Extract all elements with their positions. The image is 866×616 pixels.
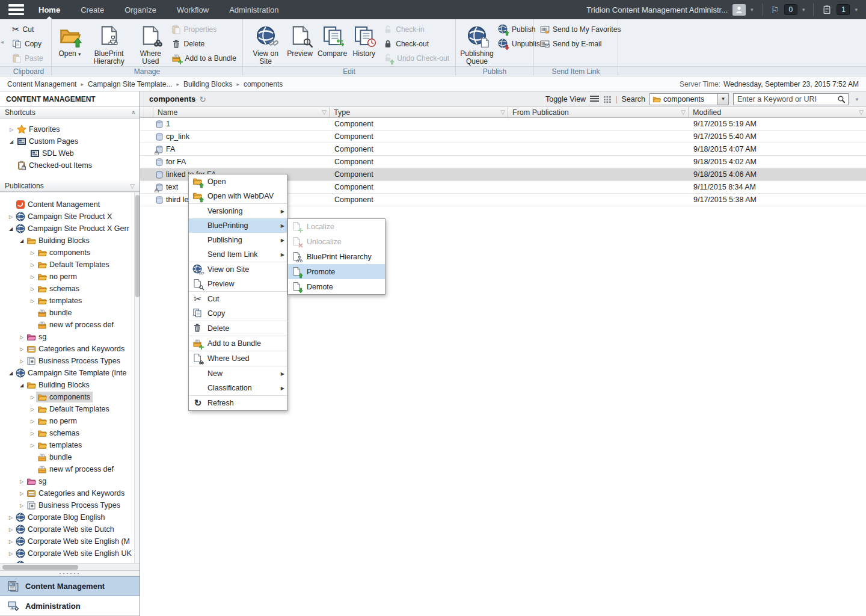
- search-icon[interactable]: [837, 95, 846, 103]
- open-button[interactable]: Open ▾: [55, 22, 84, 60]
- submenu-blueprint-hierarchy[interactable]: BluePrint Hierarchy: [288, 249, 385, 264]
- menu-preview[interactable]: Preview: [189, 277, 287, 291]
- tree-vertical-scrollbar[interactable]: [134, 192, 140, 563]
- expander-icon[interactable]: ▷: [29, 407, 36, 412]
- submenu-demote[interactable]: Demote: [288, 279, 385, 294]
- expander-icon[interactable]: ▷: [29, 431, 36, 436]
- menu-view-on-site[interactable]: View on Site: [189, 262, 287, 277]
- submenu-promote[interactable]: Promote: [288, 264, 385, 279]
- shortcuts-header[interactable]: Shortcuts »: [0, 107, 140, 119]
- paste-button[interactable]: Paste: [10, 52, 46, 65]
- notifications-caret-icon[interactable]: ▾: [802, 7, 805, 13]
- header-from-publication[interactable]: From Publication▽: [508, 107, 689, 117]
- ribbon-collapse-icon[interactable]: ◂: [1, 38, 4, 45]
- table-row[interactable]: cp_link Component 9/17/2015 5:40 AM: [140, 131, 866, 143]
- properties-button[interactable]: Properties: [169, 23, 239, 36]
- sidebar-tab-administration[interactable]: Administration: [0, 596, 140, 616]
- table-row[interactable]: FA Component 9/18/2015 4:07 AM: [140, 143, 866, 156]
- check-out-button[interactable]: Check-out: [381, 37, 452, 51]
- menu-new[interactable]: New▶: [189, 366, 287, 381]
- expander-icon[interactable]: ◢: [7, 226, 14, 232]
- queue-clipboard-icon[interactable]: [822, 5, 832, 14]
- expander-icon[interactable]: ◢: [18, 238, 25, 244]
- view-on-site-button[interactable]: View on Site: [247, 22, 284, 67]
- tree-item[interactable]: ▷Default Templates: [0, 403, 140, 415]
- header-type[interactable]: Type▽: [330, 107, 508, 117]
- tree-item-selected[interactable]: ▷components: [0, 391, 140, 403]
- expander-icon[interactable]: ▷: [29, 419, 36, 424]
- tree-item[interactable]: ▷Campaign Site Product X: [0, 211, 140, 223]
- filter-icon[interactable]: ▽: [130, 183, 135, 189]
- tree-item[interactable]: ▷schemas: [0, 283, 140, 295]
- check-in-button[interactable]: Check-in: [381, 23, 452, 36]
- menu-workflow[interactable]: Workflow: [176, 1, 210, 19]
- keyword-search-input[interactable]: [737, 95, 837, 103]
- shortcut-favorites[interactable]: ▷ Favorites: [0, 123, 140, 135]
- grid-view-icon[interactable]: [603, 96, 611, 103]
- expander-icon[interactable]: ▷: [29, 262, 36, 268]
- tree-item[interactable]: ◢Campaign Site Product X Gerr: [0, 223, 140, 235]
- expander-icon[interactable]: ▷: [18, 346, 25, 352]
- send-to-my-favorites-button[interactable]: Send to My Favorites: [538, 23, 623, 36]
- tree-item[interactable]: bundle: [0, 307, 140, 319]
- header-name[interactable]: Name▽: [153, 107, 330, 117]
- hamburger-menu-icon[interactable]: [8, 4, 24, 15]
- tree-item[interactable]: bundle: [0, 451, 140, 463]
- tree-item[interactable]: ▷Corporate Web site English UK: [0, 547, 140, 559]
- tree-horizontal-scrollbar[interactable]: [0, 563, 140, 570]
- expander-icon[interactable]: ▷: [18, 359, 25, 364]
- collapse-chevron-icon[interactable]: »: [129, 111, 137, 114]
- user-avatar[interactable]: [732, 4, 746, 16]
- breadcrumb-item[interactable]: components: [244, 80, 283, 88]
- tree-item[interactable]: ▷Corporate Blog English: [0, 511, 140, 523]
- shortcut-checked-out-items[interactable]: Checked-out Items: [0, 159, 140, 171]
- tree-item[interactable]: ◢Campaign Site Template (Inte: [0, 367, 140, 379]
- tree-item[interactable]: ▷Business Process Types: [0, 499, 140, 511]
- expander-icon[interactable]: ▷: [7, 214, 14, 220]
- sidebar-tab-content-management[interactable]: Content Management: [0, 576, 140, 596]
- copy-button[interactable]: Copy: [10, 37, 46, 51]
- user-menu-caret-icon[interactable]: ▾: [751, 7, 754, 13]
- menu-open[interactable]: Open: [189, 174, 287, 189]
- breadcrumb-item[interactable]: Building Blocks: [183, 80, 232, 88]
- expander-icon[interactable]: ◢: [18, 383, 25, 388]
- menu-classification[interactable]: Classification▶: [189, 381, 287, 395]
- expander-icon[interactable]: ▷: [29, 395, 36, 400]
- cut-button[interactable]: ✂Cut: [10, 23, 46, 36]
- breadcrumb-item[interactable]: Campaign Site Template...: [88, 80, 173, 88]
- search-scope-dropdown[interactable]: components ▼: [650, 93, 729, 105]
- expander-icon[interactable]: ▷: [18, 503, 25, 508]
- tree-item[interactable]: ▷Categories and Keywords: [0, 343, 140, 355]
- tree-item[interactable]: Content Management: [0, 199, 140, 211]
- menu-versioning[interactable]: Versioning▶: [189, 204, 287, 218]
- tree-item[interactable]: ▷Corporate Web site English (M: [0, 535, 140, 547]
- menu-administration[interactable]: Administration: [228, 1, 280, 19]
- history-button[interactable]: History: [349, 22, 378, 59]
- scope-dropdown-button[interactable]: ▼: [717, 94, 728, 105]
- tree-item[interactable]: ▷sg: [0, 331, 140, 343]
- menu-blueprinting[interactable]: BluePrinting▶: [189, 218, 287, 233]
- tree-item[interactable]: ◢Building Blocks: [0, 235, 140, 247]
- publishing-queue-button[interactable]: Publishing Queue: [459, 22, 494, 67]
- shortcut-custom-pages[interactable]: ◢ Custom Pages: [0, 135, 140, 147]
- undo-check-out-button[interactable]: Undo Check-out: [381, 52, 452, 65]
- menu-organize[interactable]: Organize: [123, 1, 158, 19]
- header-modified[interactable]: Modified▽: [689, 107, 866, 117]
- tree-item[interactable]: ▷schemas: [0, 427, 140, 439]
- publications-header[interactable]: Publications ▽: [0, 180, 140, 192]
- expander-icon[interactable]: ▷: [7, 515, 14, 520]
- breadcrumb-item[interactable]: Content Management: [7, 80, 76, 88]
- tree-item[interactable]: ▷Corporate Web site Dutch: [0, 523, 140, 535]
- blueprint-hierarchy-button[interactable]: BluePrint Hierarchy: [84, 22, 134, 67]
- expander-icon[interactable]: ▷: [7, 551, 14, 556]
- filter-icon[interactable]: ▽: [681, 109, 686, 116]
- menu-add-to-a-bundle[interactable]: Add to a Bundle: [189, 336, 287, 351]
- expander-icon[interactable]: ▷: [29, 298, 36, 304]
- menu-create[interactable]: Create: [79, 1, 105, 19]
- expander-icon[interactable]: ▷: [18, 334, 25, 340]
- menu-cut[interactable]: ✂Cut: [189, 292, 287, 306]
- panel-splitter[interactable]: [0, 570, 140, 576]
- expander-icon[interactable]: ▷: [18, 479, 25, 484]
- menu-copy[interactable]: Copy: [189, 306, 287, 321]
- refresh-icon[interactable]: ↻: [199, 94, 206, 104]
